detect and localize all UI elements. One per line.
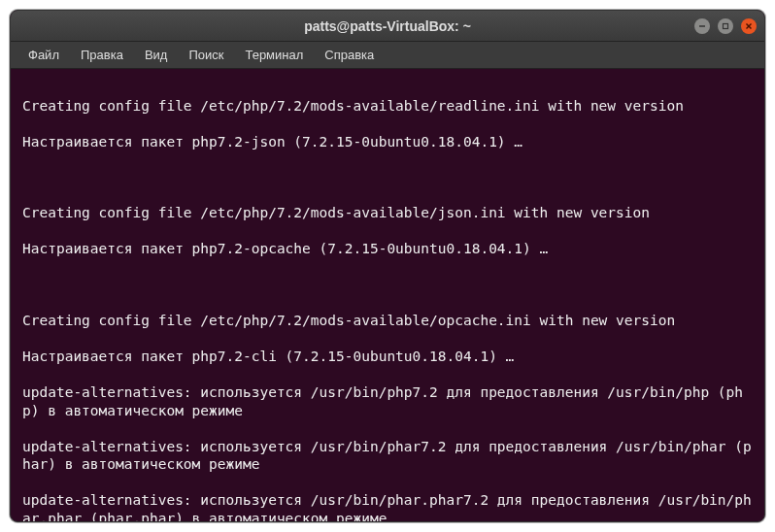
menu-search[interactable]: Поиск [179, 45, 233, 65]
output-line: Creating config file /etc/php/7.2/mods-a… [22, 312, 753, 330]
blank-line [22, 276, 753, 293]
minimize-button[interactable] [694, 18, 710, 34]
menu-view[interactable]: Вид [135, 45, 178, 65]
window-controls [694, 18, 757, 34]
menu-file[interactable]: Файл [18, 45, 69, 65]
menu-edit[interactable]: Правка [71, 45, 133, 65]
menu-help[interactable]: Справка [315, 45, 384, 65]
window-title: patts@patts-VirtualBox: ~ [304, 18, 471, 34]
menu-terminal[interactable]: Терминал [235, 45, 313, 65]
output-line: Настраивается пакет php7.2-opcache (7.2.… [22, 240, 753, 258]
blank-line [22, 169, 753, 186]
terminal-body[interactable]: Creating config file /etc/php/7.2/mods-a… [11, 69, 764, 521]
output-line: Настраивается пакет php7.2-cli (7.2.15-0… [22, 348, 753, 366]
output-line: update-alternatives: используется /usr/b… [22, 383, 753, 419]
output-line: update-alternatives: используется /usr/b… [22, 438, 753, 474]
menubar: Файл Правка Вид Поиск Терминал Справка [11, 42, 764, 69]
output-line: Настраивается пакет php7.2-json (7.2.15-… [22, 133, 753, 151]
output-line: Creating config file /etc/php/7.2/mods-a… [22, 97, 753, 116]
output-line: update-alternatives: используется /usr/b… [22, 491, 753, 521]
terminal-window: patts@patts-VirtualBox: ~ Файл Правка Ви… [10, 10, 765, 522]
maximize-button[interactable] [718, 18, 733, 34]
output-line: Creating config file /etc/php/7.2/mods-a… [22, 204, 753, 222]
titlebar: patts@patts-VirtualBox: ~ [11, 11, 764, 42]
close-button[interactable] [741, 18, 757, 34]
svg-rect-1 [724, 23, 728, 28]
